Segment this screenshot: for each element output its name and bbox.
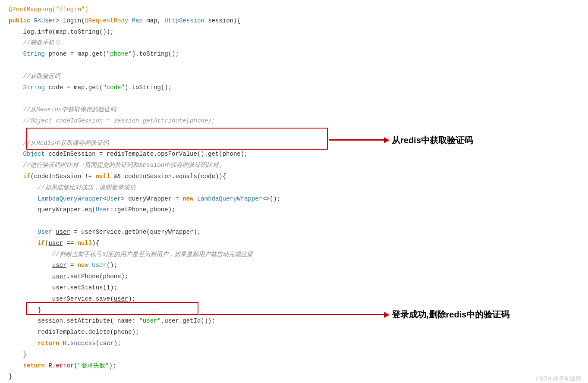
arrow-line-1 — [329, 139, 385, 141]
code-line-24: user = new User(); — [9, 260, 588, 271]
code-line-23: //判断当前手机号对应的用户是否为新用户，如果是新用户就自动完成注册 — [9, 249, 588, 261]
code-line-6 — [9, 60, 588, 71]
code-line-12 — [9, 127, 588, 138]
code-line-25: user.setPhone(phone); — [9, 271, 588, 283]
code-line-33: return R.error("登录失败"); — [9, 361, 588, 372]
code-line-21: User user = userService.getOne(queryWrap… — [9, 227, 588, 238]
code-line-7: //获取验证码 — [9, 71, 588, 82]
annotation-text-1: 从redis中获取验证码 — [392, 133, 473, 148]
code-line-4: //获取手机号 — [9, 38, 588, 49]
code-line-30: redisTemplate.delete(phone); — [9, 327, 588, 338]
code-block: @PostMapping("/login") public R<User> lo… — [0, 0, 588, 383]
code-line-22: if(user == null){ — [9, 238, 588, 249]
code-line-16: if(codeInSession != null && codeInSessio… — [9, 171, 588, 182]
code-line-13: //从Redis中获取缓存的验证码 — [9, 138, 588, 149]
code-line-3: log.info(map.toString()); — [9, 27, 588, 38]
code-line-15: //进行验证码的比对（页面提交的验证码和Session中保存的验证码比对） — [9, 160, 588, 171]
code-line-34: } — [9, 371, 588, 383]
arrow-annotation-2: 登录成功,删除redis中的验证码 — [199, 307, 509, 322]
code-line-5: String phone = map.get("phone").toString… — [9, 49, 588, 60]
code-line-11: //Object codeInSession = session.getAttr… — [9, 116, 588, 127]
arrow-line-2 — [199, 314, 385, 315]
code-line-2: public R<User> login(@RequestBody Map ma… — [9, 16, 588, 27]
code-line-26: user.setStatus(1); — [9, 283, 588, 294]
code-line-27: userService.save(user); — [9, 294, 588, 305]
code-line-1: @PostMapping("/login") — [9, 4, 588, 16]
code-line-19: queryWrapper.eq(User::getPhone,phone); — [9, 204, 588, 216]
code-line-10: //从Session中获取保存的验证码 — [9, 104, 588, 116]
code-line-31: return R.success(user); — [9, 338, 588, 349]
code-line-20 — [9, 216, 588, 227]
code-line-17: //如果能够比对成功，说明登录成功 — [9, 182, 588, 194]
watermark: CSDN @不知迷踪 — [535, 374, 581, 383]
code-line-14: Object codeInSession = redisTemplate.ops… — [9, 149, 588, 160]
annotation-text-2: 登录成功,删除redis中的验证码 — [392, 307, 509, 322]
code-line-9 — [9, 93, 588, 104]
code-line-8: String code = map.get("code").toString()… — [9, 82, 588, 94]
code-line-18: LambdaQueryWrapper<User> queryWrapper = … — [9, 194, 588, 205]
code-line-32: } — [9, 349, 588, 361]
arrow-annotation-1: 从redis中获取验证码 — [329, 133, 473, 148]
